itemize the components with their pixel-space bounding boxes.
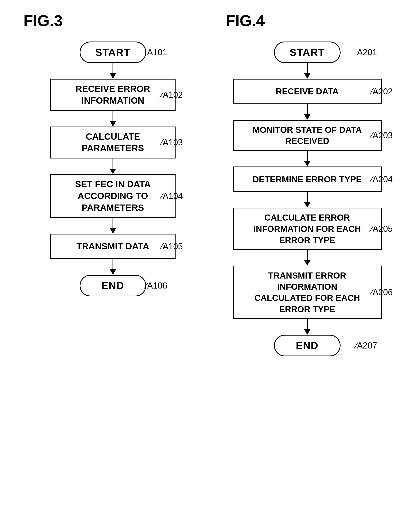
arrow-head [304,329,310,335]
arrow-head [110,269,116,275]
arrow-line [307,192,308,202]
node-wrapper-A104: SET FEC IN DATAACCORDING TOPARAMETERS ∕A… [16,174,210,218]
fig3-title: FIG.3 [16,12,63,30]
arrow-f4-2 [304,104,310,120]
node-wrapper-A201: START A201 [210,42,404,63]
arrow-head [304,114,310,120]
node-wrapper-A204: DETERMINE ERROR TYPE ∕A204 [210,167,404,192]
arrow-f4-6 [304,319,310,335]
node-wrapper-A202: RECEIVE DATA ∕A202 [210,79,404,104]
arrow-head [110,121,116,127]
label-A102: ∕A102 [161,90,183,100]
arrow-1 [110,63,116,79]
arrow-3 [110,159,116,174]
label-A207: ∕A207 [356,341,377,350]
arrow-line [112,159,113,169]
arrow-head [304,73,310,79]
node-A201: START [274,42,341,63]
node-A202: RECEIVE DATA [233,79,382,104]
arrow-line [112,218,113,228]
arrow-head [110,228,116,234]
fig4-diagram: FIG.4 START A201 RECEIVE DATA ∕A202 [210,12,404,356]
node-wrapper-A205: CALCULATE ERRORINFORMATION FOR EACHERROR… [210,208,404,250]
arrow-line [307,104,308,114]
label-A206: ∕A206 [371,287,393,297]
label-A104: ∕A104 [161,191,183,201]
node-wrapper-A101: START A101 [16,42,210,63]
label-A201: A201 [357,47,377,57]
label-A103: ∕A103 [161,138,183,147]
arrow-line [112,259,113,269]
arrow-f4-1 [304,63,310,79]
node-A206: TRANSMIT ERRORINFORMATIONCALCULATED FOR … [233,266,382,319]
arrow-line [112,63,113,73]
label-A205: ∕A205 [371,224,393,234]
arrow-line [307,250,308,260]
node-wrapper-A106: END ∕A106 [16,275,210,296]
arrow-line [307,63,308,73]
node-A102: RECEIVE ERRORINFORMATION [50,79,176,111]
arrow-head [304,161,310,167]
fig4-flowchart: START A201 RECEIVE DATA ∕A202 [210,42,404,356]
node-wrapper-A102: RECEIVE ERRORINFORMATION ∕A102 [16,79,210,111]
node-A106: END [80,275,146,296]
label-A202: ∕A202 [371,87,393,96]
fig3-diagram: FIG.3 START A101 RECEIVE ERRORINFORMATIO… [16,12,210,296]
node-A205: CALCULATE ERRORINFORMATION FOR EACHERROR… [233,208,382,250]
node-wrapper-A207: END ∕A207 [210,335,404,356]
node-A105: TRANSMIT DATA [50,234,176,259]
node-wrapper-A203: MONITOR STATE OF DATARECEIVED ∕A203 [210,120,404,151]
node-wrapper-A103: CALCULATEPARAMETERS ∕A103 [16,127,210,159]
node-wrapper-A105: TRANSMIT DATA ∕A105 [16,234,210,259]
label-A203: ∕A203 [371,130,393,140]
node-wrapper-A206: TRANSMIT ERRORINFORMATIONCALCULATED FOR … [210,266,404,319]
arrow-2 [110,111,116,127]
fig3-flowchart: START A101 RECEIVE ERRORINFORMATION ∕A10… [16,42,210,296]
arrow-head [304,260,310,266]
arrow-f4-4 [304,192,310,208]
arrow-line [307,319,308,329]
node-A207: END [274,335,341,356]
node-A103: CALCULATEPARAMETERS [50,127,176,159]
node-A104: SET FEC IN DATAACCORDING TOPARAMETERS [50,174,176,218]
node-A203: MONITOR STATE OF DATARECEIVED [233,120,382,151]
arrow-head [304,202,310,208]
arrow-head [110,169,116,174]
arrow-head [110,73,116,79]
node-A101: START [80,42,146,63]
arrow-line [112,111,113,121]
arrow-4 [110,218,116,234]
fig4-title: FIG.4 [210,12,265,30]
label-A105: ∕A105 [161,242,183,251]
label-A106: ∕A106 [146,281,167,291]
node-A204: DETERMINE ERROR TYPE [233,167,382,192]
arrow-line [307,151,308,161]
page: FIG.3 START A101 RECEIVE ERRORINFORMATIO… [0,0,420,514]
arrow-5 [110,259,116,275]
arrow-f4-3 [304,151,310,167]
label-A204: ∕A204 [371,174,393,184]
label-A101: A101 [147,47,167,57]
arrow-f4-5 [304,250,310,266]
